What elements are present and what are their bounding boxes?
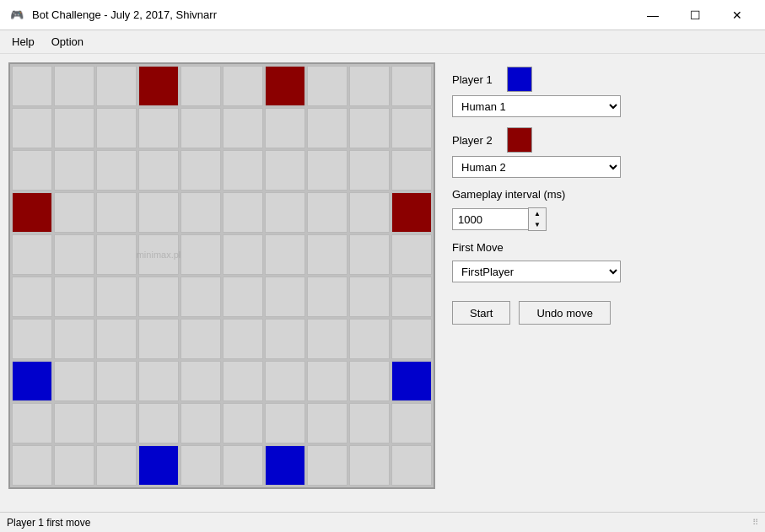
board-cell[interactable] <box>138 277 179 317</box>
board-cell[interactable] <box>54 108 94 148</box>
board-cell[interactable] <box>223 445 263 486</box>
maximize-button[interactable]: ☐ <box>676 4 714 26</box>
board-cell[interactable] <box>349 361 390 401</box>
board-cell[interactable] <box>349 319 390 359</box>
undo-move-button[interactable]: Undo move <box>519 301 610 325</box>
board-cell[interactable] <box>391 319 432 359</box>
board-cell[interactable] <box>96 66 137 106</box>
board-cell[interactable] <box>265 108 305 148</box>
board-cell[interactable] <box>223 277 263 317</box>
board-cell[interactable] <box>12 66 52 106</box>
board-cell[interactable] <box>96 108 137 148</box>
board-cell[interactable] <box>265 66 305 106</box>
board-cell[interactable] <box>138 403 179 443</box>
board-cell[interactable] <box>96 192 137 233</box>
board-cell[interactable] <box>391 150 432 191</box>
board-cell[interactable] <box>138 319 179 359</box>
board-cell[interactable] <box>180 108 221 148</box>
board-cell[interactable] <box>223 361 263 401</box>
spinner-up-button[interactable]: ▲ <box>529 208 546 219</box>
board-cell[interactable] <box>223 192 263 233</box>
board-cell[interactable] <box>307 234 347 275</box>
board-cell[interactable] <box>96 234 137 275</box>
board-cell[interactable] <box>54 150 94 191</box>
board-cell[interactable] <box>180 319 221 359</box>
board-cell[interactable] <box>54 192 94 233</box>
board-cell[interactable] <box>96 277 137 317</box>
board-cell[interactable] <box>349 277 390 317</box>
menu-item-help[interactable]: Help <box>3 33 43 51</box>
menu-item-option[interactable]: Option <box>43 33 92 51</box>
board-cell[interactable] <box>391 361 432 401</box>
board-cell[interactable] <box>138 445 179 486</box>
board-cell[interactable] <box>223 150 263 191</box>
board-cell[interactable] <box>96 319 137 359</box>
board-cell[interactable] <box>391 192 432 233</box>
player2-color-box[interactable] <box>507 127 532 153</box>
board-cell[interactable] <box>307 66 347 106</box>
board-cell[interactable] <box>265 319 305 359</box>
player1-color-box[interactable] <box>507 67 532 92</box>
board-cell[interactable] <box>223 319 263 359</box>
board-cell[interactable] <box>138 66 179 106</box>
board-cell[interactable] <box>12 403 52 443</box>
board-cell[interactable] <box>138 108 179 148</box>
board-cell[interactable] <box>12 192 52 233</box>
board-cell[interactable] <box>307 319 347 359</box>
board-cell[interactable] <box>12 108 52 148</box>
board-cell[interactable] <box>265 192 305 233</box>
board-cell[interactable] <box>307 361 347 401</box>
board-cell[interactable] <box>391 66 432 106</box>
player1-dropdown[interactable]: Human 1 Human 2 Bot 1 Bot 2 <box>452 95 621 117</box>
board-cell[interactable] <box>180 445 221 486</box>
board-cell[interactable] <box>265 234 305 275</box>
player1-dropdown-wrapper[interactable]: Human 1 Human 2 Bot 1 Bot 2 <box>452 95 621 117</box>
board-cell[interactable] <box>391 234 432 275</box>
board-cell[interactable] <box>12 150 52 191</box>
board-cell[interactable] <box>12 361 52 401</box>
board-cell[interactable] <box>307 403 347 443</box>
first-move-dropdown[interactable]: FirstPlayer SecondPlayer Random <box>452 261 621 282</box>
board-cell[interactable] <box>223 66 263 106</box>
board-cell[interactable] <box>54 66 94 106</box>
board-cell[interactable] <box>349 108 390 148</box>
board-cell[interactable] <box>349 403 390 443</box>
minimize-button[interactable]: — <box>633 4 672 26</box>
board-cell[interactable] <box>12 319 52 359</box>
board-cell[interactable] <box>54 234 94 275</box>
spinner-down-button[interactable]: ▼ <box>529 219 546 230</box>
board-cell[interactable] <box>96 403 137 443</box>
board-cell[interactable] <box>96 445 137 486</box>
gameplay-interval-input[interactable] <box>452 208 528 230</box>
board-cell[interactable] <box>12 445 52 486</box>
board-cell[interactable] <box>180 277 221 317</box>
board-cell[interactable] <box>349 150 390 191</box>
board-cell[interactable] <box>138 361 179 401</box>
board-cell[interactable] <box>265 403 305 443</box>
board-cell[interactable] <box>180 403 221 443</box>
board-cell[interactable] <box>180 66 221 106</box>
board-cell[interactable] <box>349 192 390 233</box>
board-cell[interactable] <box>307 445 347 486</box>
board-cell[interactable]: minimax.pl <box>138 234 179 275</box>
board-cell[interactable] <box>349 445 390 486</box>
board-cell[interactable] <box>180 234 221 275</box>
board-cell[interactable] <box>307 150 347 191</box>
board-cell[interactable] <box>265 150 305 191</box>
board-cell[interactable] <box>223 403 263 443</box>
board-cell[interactable] <box>265 361 305 401</box>
start-button[interactable]: Start <box>452 301 510 325</box>
board-cell[interactable] <box>96 150 137 191</box>
board-cell[interactable] <box>138 150 179 191</box>
board-cell[interactable] <box>391 277 432 317</box>
player2-dropdown-wrapper[interactable]: Human 1 Human 2 Bot 1 Bot 2 <box>452 156 621 178</box>
board-cell[interactable] <box>54 445 94 486</box>
board-cell[interactable] <box>349 66 390 106</box>
board-cell[interactable] <box>96 361 137 401</box>
board-cell[interactable] <box>223 108 263 148</box>
player2-dropdown[interactable]: Human 1 Human 2 Bot 1 Bot 2 <box>452 156 621 178</box>
board-cell[interactable] <box>391 108 432 148</box>
board-cell[interactable] <box>391 403 432 443</box>
board-cell[interactable] <box>54 403 94 443</box>
board-cell[interactable] <box>307 277 347 317</box>
